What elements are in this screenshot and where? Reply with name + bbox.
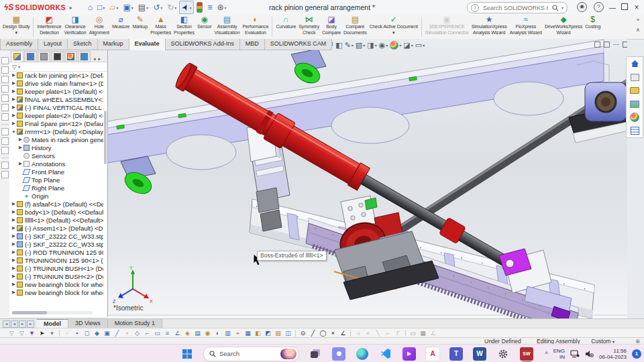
expander-icon[interactable]: ▶: [11, 105, 17, 110]
selection-tool-icon[interactable]: ▼: [27, 329, 37, 338]
selection-tool-icon[interactable]: ∠: [172, 329, 182, 338]
volume-icon[interactable]: [585, 350, 594, 358]
solidworks-resources-icon[interactable]: [629, 59, 640, 68]
annotation-views-icon[interactable]: ✎▾: [345, 41, 354, 50]
expander-icon[interactable]: ▶: [11, 274, 17, 279]
selection-tool-icon[interactable]: ≡: [162, 329, 172, 338]
tree-item[interactable]: ▶History: [9, 143, 103, 152]
ribbon-hole-alignment-button[interactable]: ◎HoleAlignment: [88, 15, 111, 39]
tree-item[interactable]: Right Plane: [9, 184, 103, 192]
expander-icon[interactable]: ▶: [11, 225, 17, 231]
file-properties-icon[interactable]: ≡: [205, 1, 214, 13]
expander-icon[interactable]: ▶: [11, 257, 17, 263]
view-cube-icon[interactable]: [1, 76, 9, 83]
selection-tool-icon[interactable]: ∙: [62, 329, 72, 338]
expander-icon[interactable]: ▶: [11, 282, 17, 287]
tree-filter-bar[interactable]: ▽▾: [9, 62, 107, 72]
ribbon-simulationxpress-button[interactable]: ★SimulationXpressAnalysis Wizard: [470, 15, 508, 39]
language-switcher[interactable]: ENGIN: [553, 348, 565, 360]
selection-tool-icon[interactable]: ⌖: [233, 329, 243, 338]
tree-item[interactable]: ▶(f) asfaaf<1> (Default) <<Def: [9, 200, 103, 208]
displaymanager-icon[interactable]: [64, 51, 77, 62]
expander-icon[interactable]: ▶: [11, 72, 17, 78]
taskbar-clock[interactable]: 11:5606-04-2023: [599, 348, 627, 360]
selection-tool-icon[interactable]: ▪: [72, 329, 82, 338]
appearances-scenes-icon[interactable]: [629, 113, 640, 122]
selection-tool-icon[interactable]: Γ: [393, 329, 403, 338]
taskbar-app-teams[interactable]: T: [449, 347, 464, 361]
view-cube-icon[interactable]: [1, 113, 9, 121]
view-cube-icon[interactable]: [1, 104, 9, 111]
model-tab-3d-views[interactable]: 3D Views: [68, 319, 108, 328]
ribbon-body-compare-button[interactable]: ◪BodyCompare: [321, 15, 342, 39]
expander-icon[interactable]: ▶: [11, 88, 17, 94]
tab-markup[interactable]: Markup: [97, 39, 129, 50]
expander-icon[interactable]: ▶: [11, 241, 17, 247]
expander-icon[interactable]: ▶: [17, 137, 23, 142]
tree-item[interactable]: Front Plane: [9, 168, 103, 176]
ribbon-assembly-visualization-button[interactable]: ▤AssemblyVisualization: [213, 15, 241, 39]
network-icon[interactable]: [570, 350, 580, 358]
taskbar-search-box[interactable]: Search: [203, 347, 299, 361]
search-dropdown-icon[interactable]: ▾: [561, 5, 564, 10]
tab-layout[interactable]: Layout: [38, 39, 67, 50]
tree-item[interactable]: ⌖Origin: [9, 192, 103, 200]
tree-item[interactable]: ▶keeper plate<1> (Default) <<Def: [9, 87, 103, 95]
doc-icon[interactable]: [604, 42, 610, 48]
copy-icon[interactable]: [1, 162, 9, 169]
selection-tool-icon[interactable]: ◧: [253, 329, 263, 338]
selection-tool-icon[interactable]: ➤: [37, 329, 47, 338]
selection-tool-icon[interactable]: ◇: [132, 329, 142, 338]
tab-scroll-buttons[interactable]: ◂◂▸▸: [0, 319, 37, 328]
taskbar-app-settings[interactable]: [496, 347, 511, 361]
tree-horizontal-scrollbar[interactable]: [12, 311, 93, 314]
selection-tool-icon[interactable]: ▫: [122, 329, 132, 338]
tree-item[interactable]: ▶Mates in rack pinion general a: [9, 135, 103, 143]
configurationmanager-icon[interactable]: [38, 51, 50, 62]
selection-tool-icon[interactable]: ╲: [373, 329, 383, 338]
expander-icon[interactable]: ▶: [11, 201, 17, 206]
open-icon[interactable]: ▱▾: [107, 1, 120, 13]
selection-tool-icon[interactable]: ◫: [283, 329, 293, 338]
cad-model-canvas[interactable]: Y X Z: [107, 39, 627, 318]
expander-icon[interactable]: ▶: [11, 209, 17, 215]
selection-tool-icon[interactable]: ◩: [263, 329, 273, 338]
tab-assembly[interactable]: Assembly: [0, 39, 38, 50]
tree-item[interactable]: ▶(-) TRUINIUN BUSH<1> (Defa: [9, 264, 103, 272]
ribbon-section-properties-button[interactable]: ◧SectionProperties: [172, 15, 196, 39]
design-library-icon[interactable]: [629, 72, 640, 82]
taskbar-app-taskview[interactable]: [308, 347, 323, 361]
close-button[interactable]: ×: [631, 3, 643, 12]
model-tab-motion-study-1[interactable]: Motion Study 1: [108, 319, 162, 328]
apply-scene-icon[interactable]: ◪▾: [403, 41, 413, 50]
expander-icon[interactable]: ▶: [11, 113, 17, 118]
display-style-icon[interactable]: ◨▾: [367, 41, 376, 50]
restore-button[interactable]: [619, 3, 631, 11]
selection-tool-icon[interactable]: ∠: [338, 329, 348, 338]
taskbar-app-chat[interactable]: [331, 347, 346, 361]
tree-item[interactable]: ▶rack bin joining pin<1> (Default): [9, 71, 103, 79]
tree-item[interactable]: ▶(-) ROD TRUNINION 125 90<1: [9, 248, 103, 256]
tree-item[interactable]: ▶llllll<1> (Default) <<Default>_: [9, 216, 103, 224]
ribbon-compare-documents-button[interactable]: ▤CompareDocuments: [342, 15, 368, 39]
ribbon-costing-button[interactable]: $Costing: [584, 15, 602, 39]
selection-tool-icon[interactable]: ▦: [243, 329, 253, 338]
selection-tool-icon[interactable]: ▨: [273, 329, 283, 338]
selection-tool-icon[interactable]: ◐: [213, 329, 223, 338]
tree-item[interactable]: Top Plane: [9, 176, 103, 184]
ribbon-overflow[interactable]: »∧: [633, 15, 643, 39]
view-palette-icon[interactable]: [629, 99, 640, 109]
ribbon-interference-detection-button[interactable]: ◩InterferenceDetection: [36, 15, 62, 39]
selection-tool-icon[interactable]: ╱: [112, 329, 122, 338]
tab-solidworks-cam[interactable]: SOLIDWORKS CAM: [264, 39, 333, 50]
taskbar-app-solidworks[interactable]: SW: [519, 347, 534, 361]
tree-item[interactable]: ▶TRUNINOIOIN 125 90<1> (De: [9, 256, 103, 264]
doc-minimize-button[interactable]: —: [613, 42, 619, 48]
search-input[interactable]: [482, 4, 549, 12]
display-icon[interactable]: [1, 147, 9, 154]
selection-tool-icon[interactable]: ▣: [102, 329, 112, 338]
account-icon[interactable]: ◉: [577, 2, 587, 12]
expander-icon[interactable]: ▶: [11, 265, 17, 271]
rebuild-icon[interactable]: [195, 1, 205, 13]
expander-icon[interactable]: ▶: [11, 233, 17, 239]
